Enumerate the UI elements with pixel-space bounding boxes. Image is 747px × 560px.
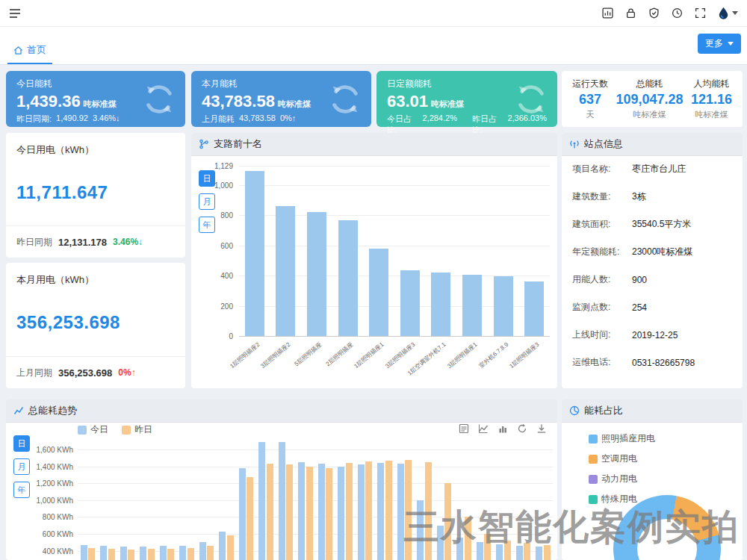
fullscreen-icon[interactable] [695,7,706,19]
period-day-button[interactable]: 日 [13,435,30,452]
more-button-label: 更多 [705,37,723,50]
y-axis-tick: 1,400 KWh [30,463,73,471]
trend-bar [465,517,471,560]
branch-chart-plot[interactable]: 1层照明插座23层照明插座25层照明插座2层照明插座1层照明插座13层照明插座3… [239,166,550,337]
site-info-list: 项目名称:枣庄市台儿庄建筑数量:3栋建筑面积:35540.5平方米年定额能耗:2… [562,155,743,376]
pie-icon [569,405,580,416]
kpi-value: 43,783.58 [202,92,275,111]
trend-icon [13,405,24,416]
stat-label: 人均能耗 [693,78,729,90]
trend-bar [199,542,206,560]
y-axis-tick: 1,129 [206,162,233,170]
legend-label: 特殊用电 [601,493,637,505]
legend-item[interactable]: 照明插座用电 [589,432,655,445]
trend-bar [496,544,503,560]
kpi-unit: 吨标准煤 [278,99,311,108]
legend-item[interactable]: 今日 [78,423,108,436]
site-info-row: 建筑面积:35540.5平方米 [562,211,743,238]
period-year-button[interactable]: 年 [13,482,30,498]
refresh-sync-icon[interactable] [142,82,176,116]
panel-energy-trend: 总能耗趋势 今日昨日 日 月 年 400 KWh600 KWh800 KWh1,… [6,399,557,560]
period-month-button[interactable]: 月 [13,458,30,475]
trend-bar [108,549,115,560]
menu-toggle-icon[interactable] [9,8,21,19]
trend-bar [326,468,332,560]
trend-bar [346,463,353,560]
kpi-value: 1,439.36 [16,92,81,111]
site-info-label: 监测点数: [572,301,632,314]
legend-item[interactable]: 昨日 [122,423,152,436]
y-axis-tick: 400 [206,272,233,280]
line-chart-icon[interactable] [478,423,489,434]
x-axis-label: 1层照明插座1 [329,340,385,388]
download-icon[interactable] [536,423,547,434]
kpi-value: 63.01 [387,92,428,111]
panel-energy-proportion: 能耗占比 照明插座用电空调用电动力用电特殊用电 [562,399,743,560]
card-compare-row: 上月同期 356,253.698 0%↑ [6,356,185,388]
trend-legend: 今日昨日 [78,423,152,436]
site-info-label: 建筑面积: [572,218,632,231]
trend-bar [128,550,134,560]
x-axis-label: 1层照明插座3 [484,340,541,388]
data-view-icon[interactable] [459,423,469,434]
card-title: 今日用电（kWh） [16,143,175,157]
trend-bar [187,548,194,560]
y-axis-tick: 1,000 [206,181,233,190]
tab-home[interactable]: 首页 [7,37,52,64]
legend-item[interactable]: 空调用电 [589,452,655,465]
trend-bar [298,462,305,560]
site-info-label: 年定额能耗: [572,246,632,258]
lock-icon[interactable] [625,7,636,19]
gridline [239,166,550,167]
trend-chart-plot[interactable] [78,442,553,560]
y-axis-tick: 600 [206,242,233,250]
panel-header: 能耗占比 [562,399,743,423]
trend-bar [207,546,214,560]
refresh-sync-icon[interactable] [514,82,548,116]
trend-bar [444,483,451,560]
trend-bar [148,549,155,560]
trend-bar [405,460,412,560]
trend-bar [306,467,313,560]
trend-bar [88,548,95,560]
home-icon [13,46,23,55]
legend-item[interactable]: 动力用电 [589,473,655,485]
trend-bar [425,462,432,560]
user-logo-menu[interactable] [718,7,738,19]
trend-bar [358,464,365,560]
x-axis-label: 3层照明插座2 [235,340,292,388]
chevron-down-icon [732,11,738,15]
site-info-row: 建筑数量:3栋 [562,183,743,211]
stat-unit: 吨标准煤 [633,109,666,120]
trend-bar [385,461,392,560]
trend-toolbar [459,423,547,434]
compare-value: 12,131.178 [58,237,107,248]
panel-branch-top10: 支路前十名 日 月 年 02004006008001,0001,129 1层照明… [191,133,557,388]
more-button[interactable]: 更多 [698,34,741,54]
branch-chart-yaxis: 02004006008001,0001,129 [209,166,236,336]
legend-swatch [589,435,598,444]
bar-chart-icon[interactable] [498,423,508,434]
kpi-unit: 吨标准煤 [84,99,117,108]
trend-bar [279,442,285,560]
trend-bar [484,534,491,560]
branch-bar [524,281,544,336]
y-axis-tick: 0 [206,332,233,340]
kpi-card-month-energy: 本月能耗 43,783.58吨标准煤 上月能耗43,783.580%↑ [191,71,371,127]
refresh-sync-icon[interactable] [328,82,362,116]
delta-badge: 3.46%↓ [113,237,143,247]
history-icon[interactable] [672,7,683,19]
card-value: 356,253.698 [16,312,175,333]
refresh-icon[interactable] [517,423,527,434]
site-info-row: 上线时间:2019-12-25 [562,321,743,349]
stat-per-capita-energy: 人均能耗 121.16 吨标准煤 [691,71,732,127]
x-axis-label: 5层照明插座 [267,340,323,388]
card-compare-row: 昨日同期 12,131.178 3.46%↓ [6,225,185,258]
branch-icon [199,139,209,149]
compare-label: 上月同期 [16,367,52,379]
legend-swatch [589,495,598,504]
site-info-label: 上线时间: [572,329,632,341]
chart-doc-icon[interactable] [602,7,613,19]
legend-swatch [78,426,87,435]
shield-icon[interactable] [648,7,660,19]
